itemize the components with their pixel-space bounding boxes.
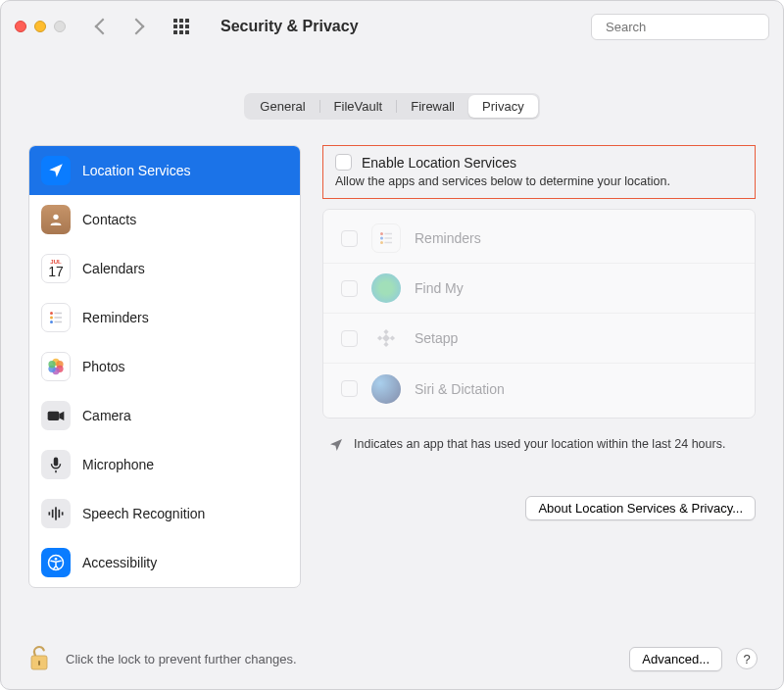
svg-rect-16	[52, 510, 54, 518]
location-arrow-icon	[328, 437, 344, 453]
tabs: General FileVault Firewall Privacy	[1, 93, 783, 120]
svg-point-24	[380, 237, 383, 240]
sidebar-item-microphone[interactable]: Microphone	[29, 440, 300, 489]
forward-button[interactable]	[128, 19, 145, 35]
sidebar-item-label: Calendars	[82, 261, 145, 276]
help-button[interactable]: ?	[736, 648, 758, 669]
app-label: Siri & Dictation	[415, 381, 505, 397]
sidebar-item-contacts[interactable]: Contacts	[29, 195, 300, 244]
svg-rect-13	[48, 412, 60, 420]
main-panel: Enable Location Services Allow the apps …	[322, 145, 756, 628]
svg-rect-19	[62, 512, 64, 515]
enable-location-label: Enable Location Services	[362, 155, 516, 171]
search-input[interactable]	[606, 20, 770, 34]
app-checkbox[interactable]	[341, 380, 358, 397]
lock-text: Click the lock to prevent further change…	[66, 652, 297, 666]
svg-rect-27	[385, 242, 393, 244]
svg-point-1	[50, 312, 53, 315]
svg-point-26	[380, 241, 383, 244]
app-checkbox[interactable]	[341, 330, 358, 347]
reminders-icon	[41, 303, 71, 332]
svg-rect-31	[390, 335, 395, 340]
sidebar-item-label: Camera	[82, 408, 131, 423]
zoom-window[interactable]	[54, 21, 66, 32]
back-button[interactable]	[95, 19, 112, 35]
svg-rect-14	[54, 458, 59, 467]
preferences-window: Security & Privacy General FileVault Fir…	[0, 0, 784, 690]
window-controls	[15, 21, 66, 32]
tab-privacy[interactable]: Privacy	[468, 95, 538, 118]
sidebar-item-reminders[interactable]: Reminders	[29, 293, 300, 342]
enable-location-subtext: Allow the apps and services below to det…	[335, 174, 743, 188]
enable-location-checkbox[interactable]	[335, 154, 352, 171]
sidebar-item-label: Speech Recognition	[82, 506, 205, 521]
findmy-icon	[371, 273, 401, 303]
svg-rect-32	[382, 334, 390, 342]
svg-point-3	[50, 317, 53, 320]
enable-location-highlight: Enable Location Services Allow the apps …	[322, 145, 756, 199]
svg-rect-29	[383, 342, 388, 347]
location-usage-note: Indicates an app that has used your loca…	[328, 436, 750, 453]
calendar-icon: JUL 17	[41, 254, 71, 283]
accessibility-icon	[41, 548, 71, 577]
speech-icon	[41, 499, 71, 528]
sidebar-item-label: Reminders	[82, 310, 149, 325]
location-icon	[41, 156, 71, 185]
app-row-siri[interactable]: Siri & Dictation	[323, 364, 755, 414]
microphone-icon	[41, 450, 71, 479]
enable-location-row[interactable]: Enable Location Services	[335, 154, 743, 171]
show-all-icon[interactable]	[173, 19, 189, 34]
app-row-setapp[interactable]: Setapp	[323, 314, 755, 364]
sidebar-item-calendars[interactable]: JUL 17 Calendars	[29, 244, 300, 293]
setapp-icon	[371, 323, 401, 353]
privacy-sidebar: Location Services Contacts JUL 17 Calend…	[28, 145, 301, 588]
app-row-find-my[interactable]: Find My	[323, 264, 755, 314]
sidebar-item-camera[interactable]: Camera	[29, 391, 300, 440]
sidebar-item-location-services[interactable]: Location Services	[29, 146, 300, 195]
contacts-icon	[41, 205, 71, 234]
svg-rect-30	[377, 335, 382, 340]
about-location-button[interactable]: About Location Services & Privacy...	[525, 496, 756, 520]
svg-point-12	[48, 361, 55, 368]
nav-buttons	[97, 21, 142, 32]
sidebar-item-label: Accessibility	[82, 555, 157, 570]
sidebar-item-label: Photos	[82, 359, 125, 374]
svg-rect-25	[385, 237, 393, 239]
titlebar: Security & Privacy	[1, 1, 783, 52]
sidebar-item-speech-recognition[interactable]: Speech Recognition	[29, 489, 300, 538]
sidebar-item-label: Location Services	[82, 163, 191, 178]
svg-rect-4	[55, 317, 63, 319]
sidebar-item-photos[interactable]: Photos	[29, 342, 300, 391]
minimize-window[interactable]	[34, 21, 46, 32]
svg-rect-15	[49, 512, 51, 515]
svg-rect-28	[383, 329, 388, 334]
sidebar-item-label: Microphone	[82, 457, 154, 472]
window-title: Security & Privacy	[220, 18, 359, 35]
svg-point-5	[50, 320, 53, 323]
svg-rect-18	[59, 510, 61, 518]
camera-icon	[41, 401, 71, 430]
app-label: Reminders	[415, 230, 481, 246]
search-field[interactable]	[591, 14, 769, 40]
sidebar-item-label: Contacts	[82, 212, 136, 227]
svg-rect-23	[385, 233, 393, 235]
app-checkbox[interactable]	[341, 230, 358, 247]
tab-firewall[interactable]: Firewall	[397, 95, 468, 118]
svg-rect-17	[55, 507, 57, 519]
lock-icon[interactable]	[26, 644, 52, 673]
app-label: Setapp	[415, 330, 458, 346]
app-checkbox[interactable]	[341, 280, 358, 297]
photos-icon	[41, 352, 71, 381]
sidebar-item-accessibility[interactable]: Accessibility	[29, 538, 300, 587]
svg-rect-34	[38, 661, 40, 665]
tab-general[interactable]: General	[246, 95, 318, 118]
reminders-icon	[371, 223, 401, 253]
close-window[interactable]	[15, 21, 26, 32]
advanced-button[interactable]: Advanced...	[629, 647, 722, 671]
svg-point-22	[380, 232, 383, 235]
tab-filevault[interactable]: FileVault	[320, 95, 397, 118]
app-list: Reminders Find My Setapp S	[322, 209, 756, 419]
footer: Click the lock to prevent further change…	[1, 628, 783, 689]
svg-point-21	[55, 558, 58, 561]
app-row-reminders[interactable]: Reminders	[323, 214, 755, 264]
